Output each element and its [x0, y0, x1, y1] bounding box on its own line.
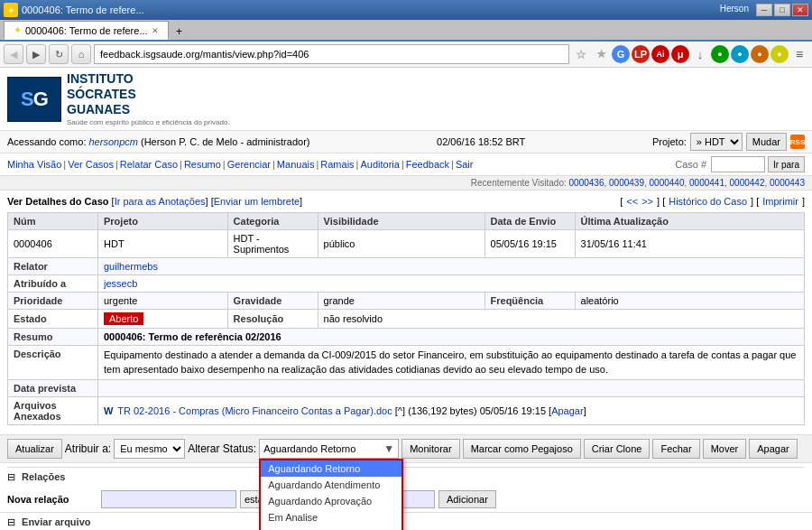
resumo-row: Resumo 0000406: Termo de referência 02/2… — [8, 329, 805, 346]
nav-ramais[interactable]: Ramais — [320, 159, 354, 170]
rss-icon[interactable]: RSS — [790, 135, 805, 149]
dd-item-aguardando-retorno[interactable]: Aguardando Retorno — [261, 460, 401, 477]
nav-prev[interactable]: << — [626, 196, 638, 207]
app-icon: ✦ — [4, 3, 18, 17]
extension4-icon[interactable]: ● — [770, 45, 789, 63]
atribuido-link[interactable]: jessecb — [104, 278, 137, 289]
link-historico[interactable]: Histórico do Caso — [669, 196, 747, 207]
monitorar-button[interactable]: Monitorar — [401, 439, 459, 459]
th-num: Núm — [8, 213, 98, 230]
star-icon[interactable]: ☆ — [572, 45, 590, 63]
marcar-pegajoso-button[interactable]: Marcar como Pegajoso — [463, 439, 581, 459]
recent-0000442[interactable]: 0000442 — [730, 178, 765, 188]
resumo-label: Resumo — [8, 329, 98, 346]
val-ultima-atualizacao: 31/05/16 11:41 — [575, 230, 804, 258]
tab-icon: ✦ — [14, 24, 22, 36]
back-button[interactable]: ◀ — [4, 44, 23, 64]
logo-area: SG INSTITUTOSÓCRATESGUANAES Saúde com es… — [7, 71, 230, 126]
address-bar[interactable] — [94, 44, 569, 64]
nav-next[interactable]: >> — [641, 196, 653, 207]
dd-item-aguardando-aprovacao[interactable]: Aguardando Aprovação — [261, 493, 401, 509]
th-visibilidade: Visibilidade — [318, 213, 484, 230]
nav-minha-visao[interactable]: Minha Visão — [7, 159, 61, 170]
dd-item-resolvido[interactable]: Resolvido — [261, 525, 401, 530]
fechar-button[interactable]: Fechar — [652, 439, 699, 459]
nav-manuais[interactable]: Manuais — [277, 159, 315, 170]
link-imprimir[interactable]: Imprimir — [762, 196, 798, 207]
send-file-title[interactable]: Enviar arquivo — [22, 516, 90, 527]
recent-0000439[interactable]: 0000439 — [609, 178, 644, 188]
recent-0000436[interactable]: 0000436 — [569, 178, 604, 188]
nav-ver-casos[interactable]: Ver Casos — [68, 159, 114, 170]
arquivo-link[interactable]: TR 02-2016 - Compras (Micro Financeiro C… — [117, 405, 392, 416]
recent-0000441[interactable]: 0000441 — [689, 178, 724, 188]
bookmark-icon[interactable]: ★ — [592, 45, 610, 63]
tab-close-icon[interactable]: ✕ — [148, 5, 155, 14]
home-button[interactable]: ⌂ — [71, 44, 91, 64]
recent-0000440[interactable]: 0000440 — [650, 178, 685, 188]
minimize-button[interactable]: ─ — [756, 4, 772, 16]
nova-relacao-label: Nova relação — [7, 494, 97, 505]
lastpass-icon[interactable]: LP — [632, 45, 650, 63]
refresh-button[interactable]: ↻ — [49, 44, 69, 64]
relations-title[interactable]: Relações — [22, 471, 65, 482]
download-icon[interactable]: ↓ — [691, 45, 709, 63]
nav-gerenciar[interactable]: Gerenciar — [227, 159, 271, 170]
apagar-button[interactable]: Apagar — [749, 439, 797, 459]
gravidade-label: Gravidade — [227, 293, 318, 310]
case-main-table: Núm Projeto Categoria Visibilidade Data … — [7, 212, 805, 425]
nav-resumo[interactable]: Resumo — [184, 159, 221, 170]
nav-sep-7: | — [356, 159, 359, 170]
nav-auditoria[interactable]: Auditoria — [360, 159, 399, 170]
relator-link[interactable]: guilhermebs — [104, 261, 158, 272]
mudar-button[interactable]: Mudar — [746, 133, 787, 151]
arquivo-apagar-link[interactable]: Apagar — [551, 405, 583, 416]
projeto-area: Projeto: » HDT Mudar RSS — [652, 133, 805, 151]
extension1-icon[interactable]: ● — [711, 45, 729, 63]
atribuir-select[interactable]: Eu mesmo — [114, 439, 185, 459]
maximize-button[interactable]: □ — [774, 4, 790, 16]
nav-feedback[interactable]: Feedback — [406, 159, 449, 170]
dd-item-aguardando-atendimento[interactable]: Aguardando Atendimento — [261, 477, 401, 493]
irpara-button[interactable]: Ir para — [768, 156, 805, 172]
projeto-select[interactable]: » HDT — [690, 133, 743, 151]
link-anotacoes[interactable]: Ir para as Anotações — [115, 196, 206, 207]
status-dropdown-list[interactable]: Aguardando Retorno Aguardando Atendiment… — [259, 459, 403, 530]
criar-clone-button[interactable]: Criar Clone — [584, 439, 651, 459]
frequencia-value: aleatório — [575, 293, 804, 310]
browser-tab[interactable]: ✦ 0000406: Termo de refere... ✕ — [4, 21, 169, 40]
arquivos-row: Arquivos Anexados W TR 02-2016 - Compras… — [8, 397, 805, 425]
recent-0000443[interactable]: 0000443 — [770, 178, 805, 188]
dd-item-em-analise[interactable]: Em Analise — [261, 509, 401, 525]
atribuido-label: Atribuído a — [8, 275, 98, 293]
adicionar-button[interactable]: Adicionar — [438, 490, 496, 508]
nav-relatar-caso[interactable]: Relatar Caso — [120, 159, 178, 170]
new-tab-button[interactable]: + — [171, 23, 189, 40]
ublock-icon[interactable]: μ — [671, 45, 689, 63]
link-lembrete[interactable]: Enviar um lembrete — [214, 196, 300, 207]
status-select-display[interactable]: Aguardando Retorno ▼ — [259, 439, 399, 459]
username: hersonpcm — [89, 136, 138, 147]
resolucao-value: não resolvido — [318, 310, 804, 329]
nav-sair[interactable]: Sair — [456, 159, 474, 170]
extension3-icon[interactable]: ● — [751, 45, 769, 63]
estado-row: Estado Aberto Resolução não resolvido — [8, 310, 805, 329]
mover-button[interactable]: Mover — [703, 439, 747, 459]
extension2-icon[interactable]: ● — [731, 45, 749, 63]
menu-icon[interactable]: ≡ — [790, 45, 808, 63]
atualizar-button[interactable]: Atualizar — [7, 439, 62, 459]
relations-section: ⊟ Relações Nova relação está relacionado… — [0, 463, 812, 512]
th-projeto: Projeto — [98, 213, 228, 230]
th-data-envio: Data de Envio — [484, 213, 575, 230]
tab-close-btn[interactable]: ✕ — [152, 26, 159, 35]
nav-sep-2: | — [115, 159, 118, 170]
relations-toggle-icon[interactable]: ⊟ — [7, 471, 15, 482]
arquivo-date: 05/05/16 19:15 — [480, 405, 546, 416]
adobe-icon[interactable]: Ai — [651, 45, 669, 63]
relacao-input[interactable] — [101, 490, 236, 508]
googledrive-icon[interactable]: G — [612, 45, 630, 63]
send-file-toggle-icon[interactable]: ⊟ — [7, 516, 15, 527]
close-button[interactable]: ✕ — [792, 4, 808, 16]
caso-input[interactable] — [711, 156, 765, 172]
forward-button[interactable]: ▶ — [26, 44, 46, 64]
